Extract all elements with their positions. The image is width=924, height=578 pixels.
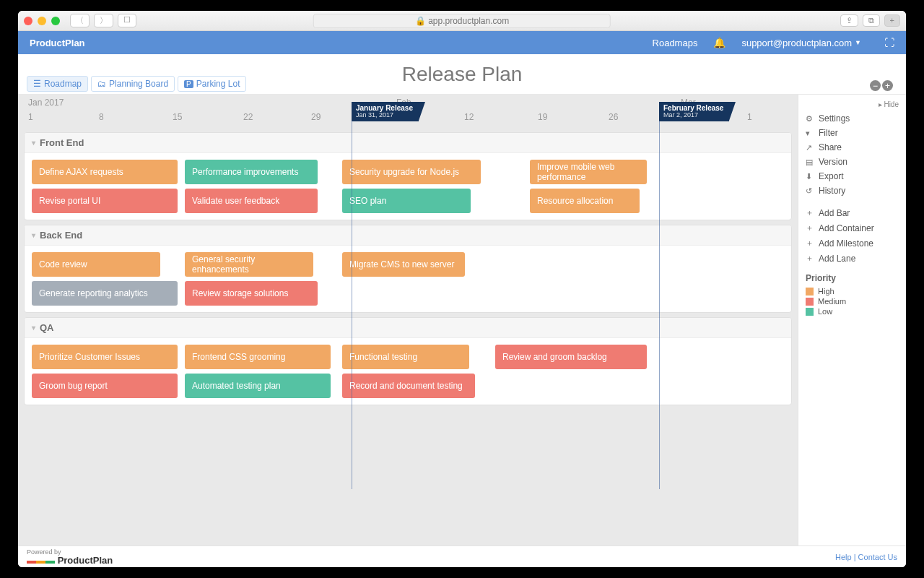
roadmap-bar[interactable]: Functional testing <box>342 345 469 369</box>
milestone-marker[interactable]: February ReleaseMar 2, 2017 <box>659 102 729 121</box>
lane-row: Generate reporting analyticsReview stora… <box>25 279 791 308</box>
roadmap-bar[interactable]: Review storage solutions <box>185 281 318 306</box>
timeline[interactable]: Jan 2017FebMar181522291219261January Rel… <box>18 95 798 545</box>
menu-icon: ＋ <box>806 207 814 218</box>
hide-sidebar-button[interactable]: ▸ Hide <box>806 100 899 111</box>
roadmap-bar[interactable]: Improve mobile web performance <box>530 160 647 184</box>
maximize-icon[interactable] <box>51 17 60 25</box>
close-icon[interactable] <box>24 17 32 25</box>
sidebar-item-add-milestone[interactable]: ＋Add Milestone <box>806 236 899 251</box>
roadmap-bar[interactable]: General security enhancements <box>185 252 313 277</box>
right-sidebar: ▸ Hide ⚙Settings▾Filter↗Share▤Version⬇Ex… <box>798 95 906 545</box>
day-label: 12 <box>464 112 474 122</box>
day-label: 22 <box>243 112 253 122</box>
roadmap-bar[interactable]: Validate user feedback <box>185 189 318 213</box>
roadmap-bar[interactable]: Groom bug report <box>32 374 178 398</box>
roadmap-bar[interactable]: Prioritize Customer Issues <box>32 345 178 369</box>
sidebar-item-filter[interactable]: ▾Filter <box>806 126 899 140</box>
day-label: 8 <box>99 112 104 122</box>
tab-planning-board[interactable]: 🗂Planning Board <box>91 76 175 92</box>
day-label: 15 <box>173 112 182 122</box>
footer: Powered by ▬▬▬ ProductPlan Help | Contac… <box>18 545 906 567</box>
legend-item: Low <box>806 306 899 316</box>
page-title: Release Plan <box>402 63 523 86</box>
sidebar-item-export[interactable]: ⬇Export <box>806 169 899 184</box>
chevron-down-icon: ▾ <box>32 139 35 147</box>
window-controls[interactable] <box>24 17 60 25</box>
menu-icon: ⬇ <box>806 172 814 181</box>
roadmap-bar[interactable]: Define AJAX requests <box>32 160 178 184</box>
lane: ▾ Front EndDefine AJAX requestsPerforman… <box>24 132 792 220</box>
app-topbar: ProductPlan Roadmaps 🔔 support@productpl… <box>18 31 906 54</box>
roadmap-bar[interactable]: Security upgrade for Node.js <box>342 160 481 184</box>
sidebar-item-history[interactable]: ↺History <box>806 184 899 198</box>
milestone-marker[interactable]: January ReleaseJan 31, 2017 <box>352 102 419 121</box>
milestone-line <box>352 121 352 489</box>
nav-forward-button[interactable]: 〉 <box>94 14 113 27</box>
sidebar-item-add-lane[interactable]: ＋Add Lane <box>806 251 899 266</box>
new-tab-button[interactable]: + <box>884 14 900 27</box>
day-label: 19 <box>538 112 547 122</box>
menu-icon: ⚙ <box>806 114 814 124</box>
sidebar-item-share[interactable]: ↗Share <box>806 140 899 155</box>
nav-roadmaps[interactable]: Roadmaps <box>653 38 698 48</box>
lane-row: Code reviewGeneral security enhancements… <box>25 250 791 279</box>
contact-link[interactable]: Contact Us <box>858 553 897 561</box>
lane-row: Define AJAX requestsPerformance improvem… <box>25 158 791 186</box>
legend-item: Medium <box>806 296 899 306</box>
zoom-in-button[interactable]: + <box>882 80 893 91</box>
roadmap-bar[interactable]: Performance improvements <box>185 160 318 184</box>
menu-icon: ＋ <box>806 253 814 264</box>
roadmap-bar[interactable]: SEO plan <box>342 189 471 213</box>
roadmap-bar[interactable]: Code review <box>32 252 160 277</box>
help-link[interactable]: Help <box>835 553 852 561</box>
roadmap-bar[interactable]: Record and document testing <box>342 374 475 398</box>
sidebar-toggle-button[interactable]: ☐ <box>118 14 136 27</box>
sidebar-item-add-bar[interactable]: ＋Add Bar <box>806 205 899 220</box>
menu-icon: ▾ <box>806 129 814 138</box>
day-label: 1 <box>28 112 33 122</box>
sidebar-item-settings[interactable]: ⚙Settings <box>806 111 899 126</box>
roadmap-icon: ☰ <box>33 79 41 89</box>
fullscreen-icon[interactable]: ⛶ <box>884 37 894 48</box>
tab-roadmap[interactable]: ☰Roadmap <box>27 76 88 92</box>
footer-logo: ▬▬▬ ProductPlan <box>27 556 113 565</box>
roadmap-bar[interactable]: Automated testing plan <box>185 374 331 398</box>
sidebar-item-add-container[interactable]: ＋Add Container <box>806 220 899 236</box>
sidebar-item-version[interactable]: ▤Version <box>806 155 899 169</box>
legend-swatch <box>806 288 814 296</box>
roadmap-bar[interactable]: Revise portal UI <box>32 189 178 213</box>
board-icon: 🗂 <box>97 79 106 89</box>
legend-title: Priority <box>806 273 899 283</box>
roadmap-bar[interactable]: Frontend CSS grooming <box>185 345 331 369</box>
lane-header[interactable]: ▾ Front End <box>25 133 791 153</box>
lane-header[interactable]: ▾ QA <box>25 318 791 338</box>
timeline-header: Jan 2017FebMar181522291219261January Rel… <box>18 95 798 128</box>
day-label: 29 <box>311 112 321 122</box>
month-label: Jan 2017 <box>28 98 64 108</box>
roadmap-bar[interactable]: Review and groom backlog <box>495 345 647 369</box>
menu-icon: ↺ <box>806 186 814 196</box>
lane: ▾ QAPrioritize Customer IssuesFrontend C… <box>24 317 792 405</box>
chevron-down-icon: ▾ <box>32 324 35 332</box>
tab-parking-lot[interactable]: PParking Lot <box>178 76 246 92</box>
minimize-icon[interactable] <box>38 17 46 25</box>
tabs-button[interactable]: ⧉ <box>863 14 880 27</box>
milestone-line <box>659 121 660 489</box>
roadmap-bar[interactable]: Resource allocation <box>530 189 640 213</box>
share-button[interactable]: ⇪ <box>840 14 858 27</box>
zoom-out-button[interactable]: − <box>870 80 881 91</box>
user-menu[interactable]: support@productplan.com▼ <box>741 38 861 48</box>
brand-label: ProductPlan <box>30 38 85 48</box>
legend-item: High <box>806 286 899 296</box>
roadmap-bar[interactable]: Generate reporting analytics <box>32 281 178 306</box>
nav-back-button[interactable]: 〈 <box>70 14 90 27</box>
lane-row: Prioritize Customer IssuesFrontend CSS g… <box>25 342 791 371</box>
url-bar[interactable]: 🔒 app.productplan.com <box>313 14 611 28</box>
parking-icon: P <box>184 80 193 88</box>
lane-row: Groom bug reportAutomated testing planRe… <box>25 371 791 400</box>
lane-header[interactable]: ▾ Back End <box>25 225 791 246</box>
notifications-icon[interactable]: 🔔 <box>713 37 725 48</box>
legend-swatch <box>806 298 814 306</box>
roadmap-bar[interactable]: Migrate CMS to new server <box>342 252 465 277</box>
